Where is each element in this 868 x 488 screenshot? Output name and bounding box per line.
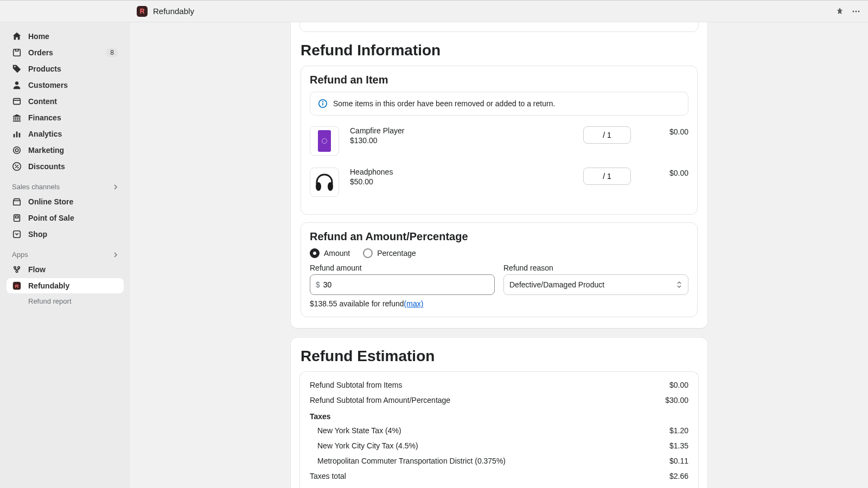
sidebar-item-point-of-sale[interactable]: Point of Sale — [7, 210, 124, 226]
sidebar-item-label: Analytics — [28, 130, 62, 138]
svg-rect-8 — [19, 133, 21, 137]
sidebar-item-analytics[interactable]: Analytics — [7, 126, 124, 142]
item-price: $50.00 — [350, 177, 576, 186]
tax-value: $1.35 — [669, 441, 688, 450]
refund-reason-label: Refund reason — [503, 264, 688, 272]
discount-icon — [12, 162, 22, 171]
est-label: Refund Subtotal from Items — [310, 381, 402, 389]
tax-row: New York City City Tax (4.5%) $1.35 — [300, 438, 698, 453]
max-link[interactable]: (max) — [404, 299, 424, 308]
radio-percentage-label: Percentage — [377, 249, 416, 258]
svg-text:R: R — [15, 283, 18, 289]
sidebar-item-label: Finances — [28, 113, 61, 122]
sidebar-item-label: Marketing — [28, 146, 64, 155]
sidebar-item-products[interactable]: Products — [7, 61, 124, 76]
info-banner-text: Some items in this order have been remov… — [333, 99, 555, 108]
product-thumbnail — [310, 126, 339, 156]
sidebar-item-discounts[interactable]: Discounts — [7, 159, 124, 174]
main-content: Refund Information Refund an Item Some i… — [130, 22, 868, 488]
est-row: Refund Subtotal from Items $0.00 — [300, 377, 698, 393]
svg-point-24 — [316, 182, 321, 191]
sidebar-item-customers[interactable]: Customers — [7, 78, 124, 93]
sidebar-item-marketing[interactable]: Marketing — [7, 143, 124, 158]
tax-label: New York State Tax (4%) — [317, 426, 401, 435]
refund-reason-select[interactable]: Defective/Damaged Product — [503, 274, 688, 295]
svg-point-9 — [14, 147, 21, 154]
sidebar-item-label: Flow — [28, 265, 46, 274]
refund-estimation-title: Refund Estimation — [301, 348, 698, 365]
radio-percentage[interactable]: Percentage — [363, 248, 416, 258]
tax-value: $1.20 — [669, 426, 688, 435]
flow-icon — [12, 265, 22, 274]
sales-channels-header[interactable]: Sales channels — [7, 175, 124, 194]
sidebar-item-refundably[interactable]: RRefundably — [7, 278, 124, 293]
person-icon — [12, 80, 22, 90]
item-price: $130.00 — [350, 136, 576, 145]
badge: 8 — [106, 48, 118, 57]
pos-icon — [12, 213, 22, 223]
bank-icon — [12, 113, 22, 123]
quantity-input[interactable] — [583, 126, 631, 144]
store-icon — [12, 197, 22, 207]
refund-total-row: Refund total $32.66 — [300, 484, 698, 488]
sidebar-subitem-refund-report[interactable]: Refund report — [7, 294, 124, 308]
orders-icon — [12, 48, 22, 57]
radio-amount[interactable]: Amount — [310, 248, 350, 258]
sidebar-item-orders[interactable]: Orders8 — [7, 45, 124, 60]
refund-amount-input[interactable] — [323, 280, 489, 289]
app-topbar: R Refundably — [0, 0, 868, 22]
sidebar-item-label: Shop — [28, 230, 47, 239]
item-name: Headphones — [350, 168, 576, 176]
tax-label: Metropolitan Commuter Transportation Dis… — [317, 457, 506, 465]
quantity-input[interactable] — [583, 168, 631, 185]
radio-dot-icon — [363, 248, 373, 258]
sidebar-item-finances[interactable]: Finances — [7, 110, 124, 125]
svg-rect-14 — [15, 216, 18, 218]
sidebar-item-shop[interactable]: Shop — [7, 227, 124, 242]
line-item: Campfire Player$130.00$0.00 — [310, 123, 688, 164]
available-refund-text: $138.55 available for refund(max) — [310, 299, 495, 308]
est-value: $30.00 — [665, 396, 688, 404]
select-chevron-icon — [676, 280, 682, 289]
sidebar-item-label: Home — [28, 32, 49, 41]
svg-point-0 — [853, 10, 854, 12]
sidebar: HomeOrders8ProductsCustomersContentFinan… — [0, 22, 130, 488]
sidebar-item-home[interactable]: Home — [7, 29, 124, 44]
taxes-section-label: Taxes — [300, 408, 698, 423]
svg-point-18 — [16, 271, 18, 273]
sidebar-item-online-store[interactable]: Online Store — [7, 194, 124, 209]
sidebar-item-label: Products — [28, 65, 61, 73]
item-total: $0.00 — [645, 126, 688, 136]
content-icon — [12, 97, 22, 106]
currency-prefix: $ — [316, 280, 320, 289]
tax-row: Metropolitan Commuter Transportation Dis… — [300, 453, 698, 468]
product-thumbnail — [310, 168, 339, 197]
sidebar-item-label: Online Store — [28, 197, 73, 206]
more-icon[interactable] — [852, 7, 860, 16]
taxes-total-row: Taxes total $2.66 — [300, 468, 698, 484]
previous-card-slice — [299, 22, 699, 32]
radio-dot-icon — [310, 248, 320, 258]
tax-value: $0.11 — [669, 457, 688, 465]
apps-header[interactable]: Apps — [7, 243, 124, 262]
sidebar-item-content[interactable]: Content — [7, 94, 124, 109]
refund-item-title: Refund an Item — [310, 74, 688, 86]
tax-row: New York State Tax (4%) $1.20 — [300, 423, 698, 438]
refund-reason-value: Defective/Damaged Product — [509, 280, 604, 289]
refund-item-card: Refund an Item Some items in this order … — [301, 66, 698, 215]
refundably-icon: R — [12, 281, 22, 291]
app-icon: R — [137, 6, 148, 17]
svg-rect-7 — [16, 132, 18, 138]
pin-icon[interactable] — [835, 7, 844, 16]
refund-amount-label: Refund amount — [310, 264, 495, 272]
refund-amount-input-wrap[interactable]: $ — [310, 274, 495, 295]
tag-icon — [12, 64, 22, 74]
chart-icon — [12, 129, 22, 139]
svg-rect-3 — [14, 49, 21, 56]
sidebar-item-flow[interactable]: Flow — [7, 262, 124, 277]
chevron-right-icon — [113, 184, 118, 190]
refund-amount-title: Refund an Amount/Percentage — [310, 230, 688, 243]
refund-amount-card: Refund an Amount/Percentage Amount Perce… — [301, 222, 698, 317]
svg-point-25 — [328, 182, 333, 191]
app-title: Refundably — [153, 7, 194, 16]
